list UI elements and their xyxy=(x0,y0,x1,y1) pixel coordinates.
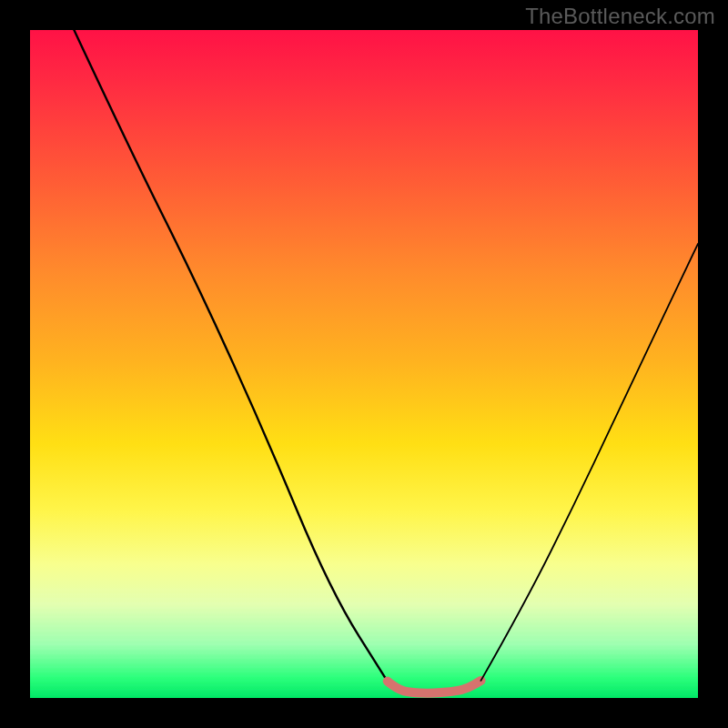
watermark-text: TheBottleneck.com xyxy=(525,4,715,29)
curve-left-path xyxy=(74,30,387,682)
curve-layer xyxy=(30,30,698,698)
curve-right-path xyxy=(481,244,699,681)
plot-area xyxy=(30,30,698,698)
curve-zero-segment-path xyxy=(388,681,481,693)
chart-frame: TheBottleneck.com xyxy=(0,0,728,728)
